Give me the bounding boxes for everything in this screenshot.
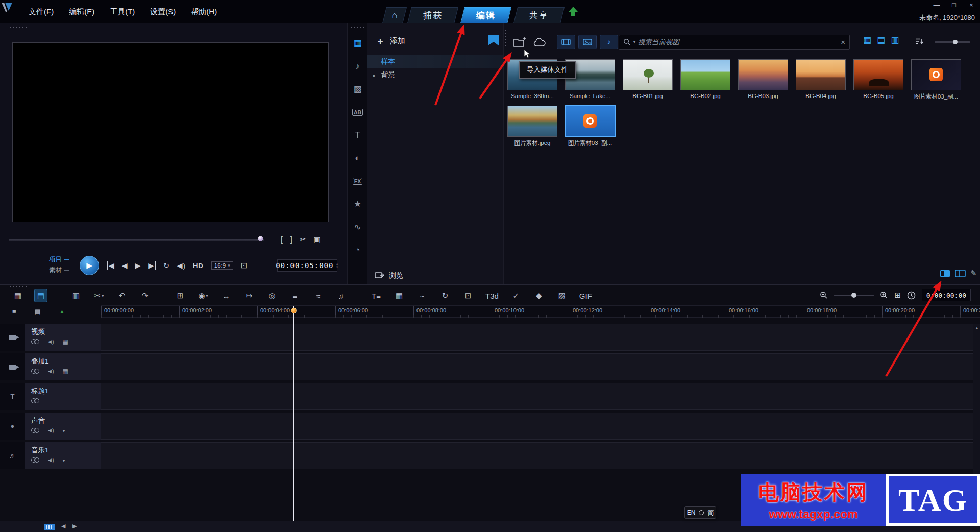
gif-creator-icon[interactable]: GIF xyxy=(578,289,593,302)
menu-help[interactable]: 帮助(H) xyxy=(191,7,217,17)
tab-edit[interactable]: 编辑 xyxy=(462,7,509,23)
pin-library-icon[interactable] xyxy=(487,34,500,49)
transition-icon[interactable]: AB xyxy=(348,101,368,124)
browse-label[interactable]: 浏览 xyxy=(389,271,403,280)
sort-icon[interactable] xyxy=(915,38,924,45)
track-type-icon[interactable] xyxy=(0,324,25,351)
loop-playback-icon[interactable]: ↻ xyxy=(438,289,452,302)
play-button[interactable]: ▶ xyxy=(80,256,99,275)
split-clip-icon[interactable]: ✂ xyxy=(92,289,106,302)
media-thumbnail[interactable]: 图片素材03_副... xyxy=(565,106,615,147)
hd-indicator[interactable]: HD xyxy=(193,262,204,270)
thumbnail-zoom-slider[interactable] xyxy=(935,41,970,43)
playhead-marker[interactable] xyxy=(291,308,297,313)
effects-icon[interactable]: ★ xyxy=(348,192,368,215)
folder-item[interactable]: 样本 xyxy=(368,55,503,68)
show-options-panel-icon[interactable] xyxy=(955,270,966,277)
folder-item[interactable]: 背景 xyxy=(368,68,503,82)
audio-icon[interactable]: ♪ xyxy=(348,55,368,78)
detail-view-icon[interactable]: ▥ xyxy=(891,36,899,44)
media-thumbnail[interactable]: BG-B03.jpg xyxy=(738,59,788,101)
maximize-button[interactable]: □ xyxy=(949,1,959,9)
track-content[interactable] xyxy=(101,353,980,380)
graphics-icon[interactable]: ◐ xyxy=(348,147,368,170)
filter-audio-icon[interactable]: ♪ xyxy=(600,35,618,49)
mark-in-icon[interactable] xyxy=(281,235,283,244)
ime-cn-mode[interactable]: 简 xyxy=(707,509,714,517)
instant-project-icon[interactable]: ▩ xyxy=(348,78,368,101)
tab-home[interactable] xyxy=(384,7,405,23)
close-button[interactable]: × xyxy=(967,1,976,9)
filter-video-icon[interactable] xyxy=(557,35,575,49)
duration-clock-icon[interactable] xyxy=(907,291,916,300)
track-height-toggle[interactable] xyxy=(44,524,55,530)
tab-share[interactable]: 共享 xyxy=(516,7,562,23)
mask-creator-icon[interactable]: ▨ xyxy=(555,289,569,302)
fit-timeline-icon[interactable] xyxy=(894,291,901,300)
next-frame-button[interactable]: ▶ xyxy=(135,261,141,270)
menu-edit[interactable]: 编辑(E) xyxy=(69,7,94,17)
media-thumbnail[interactable]: BG-B02.jpg xyxy=(680,59,730,101)
add-folder-button[interactable] xyxy=(375,36,386,47)
media-thumbnail[interactable]: BG-B04.jpg xyxy=(796,59,846,101)
zoom-out-icon[interactable] xyxy=(820,291,828,299)
split-clip-icon[interactable] xyxy=(300,235,306,244)
search-scope-caret-icon[interactable] xyxy=(633,40,635,44)
media-thumbnail[interactable]: 图片素材03_副... xyxy=(911,59,961,101)
search-input[interactable] xyxy=(638,38,838,46)
undo-icon[interactable]: ↶ xyxy=(115,289,129,302)
speed-icon[interactable]: ◔ xyxy=(348,238,368,261)
media-thumbnail[interactable]: BG-B05.jpg xyxy=(853,59,903,101)
mark-out-icon[interactable] xyxy=(290,235,292,244)
track-manager-icon[interactable]: ≡ xyxy=(12,308,16,316)
skip-start-button[interactable]: ◀ xyxy=(107,261,114,270)
track-volume-icon[interactable] xyxy=(48,457,54,463)
preview-timecode[interactable]: 00:00:05:000 xyxy=(277,259,337,272)
ime-lang[interactable]: EN xyxy=(687,509,696,516)
audio-wave-icon[interactable]: ≈ xyxy=(311,289,325,302)
track-header[interactable]: 视频 xyxy=(25,324,101,351)
browse-icon[interactable] xyxy=(375,271,385,279)
track-content[interactable] xyxy=(101,324,980,351)
link-icon[interactable] xyxy=(31,338,39,345)
zoom-slider-knob[interactable] xyxy=(953,40,958,44)
crop-icon[interactable]: ⊡ xyxy=(461,289,475,302)
thumbnail-view-icon[interactable]: ▦ xyxy=(863,36,871,44)
redo-icon[interactable]: ↷ xyxy=(138,289,152,302)
link-icon[interactable] xyxy=(31,368,39,374)
zoom-in-icon[interactable] xyxy=(880,291,888,299)
skip-end-button[interactable]: ▶ xyxy=(148,261,156,270)
storyboard-view-icon[interactable]: ▦ xyxy=(11,289,24,302)
track-header[interactable]: 音乐1 xyxy=(25,442,101,469)
track-content[interactable] xyxy=(101,413,980,440)
scrub-bar[interactable] xyxy=(9,239,264,241)
panel-drag-handle[interactable] xyxy=(9,26,29,28)
track-volume-icon[interactable] xyxy=(48,338,54,345)
track-grid-icon[interactable] xyxy=(63,338,68,345)
timeline-zoom-knob[interactable] xyxy=(851,293,856,298)
track-settings-icon[interactable]: ▤ xyxy=(35,308,41,316)
scroll-left-icon[interactable] xyxy=(61,523,65,529)
shrink-timeline-icon[interactable]: ↦ xyxy=(242,289,256,302)
aspect-ratio-select[interactable]: 16:9 xyxy=(211,261,233,270)
track-content[interactable] xyxy=(101,383,980,410)
filter-fx-icon[interactable]: FX xyxy=(348,170,368,192)
ime-mode-icon[interactable] xyxy=(699,510,704,515)
enlarge-preview-icon[interactable] xyxy=(314,235,321,244)
track-header[interactable]: 标题1 xyxy=(25,383,101,410)
auto-music-icon[interactable]: ♫ xyxy=(334,289,348,302)
track-type-icon[interactable]: ♬ xyxy=(0,442,25,469)
repeat-button[interactable]: ↻ xyxy=(163,261,169,270)
link-icon[interactable] xyxy=(31,427,39,433)
share-upload-icon[interactable] xyxy=(568,6,579,18)
track-chevron-icon[interactable] xyxy=(63,427,65,433)
record-capture-icon[interactable]: ◉ xyxy=(197,289,210,302)
timeline-zoom-slider[interactable] xyxy=(834,295,874,296)
track-volume-icon[interactable] xyxy=(48,427,54,433)
scroll-right-icon[interactable] xyxy=(72,523,77,529)
scrub-handle[interactable] xyxy=(258,236,263,241)
link-icon[interactable] xyxy=(31,398,39,404)
preview-mode-option[interactable]: 素材 xyxy=(49,266,69,275)
track-header[interactable]: 叠加1 xyxy=(25,353,101,380)
subtitle-editor-icon[interactable]: T≡ xyxy=(370,289,383,302)
